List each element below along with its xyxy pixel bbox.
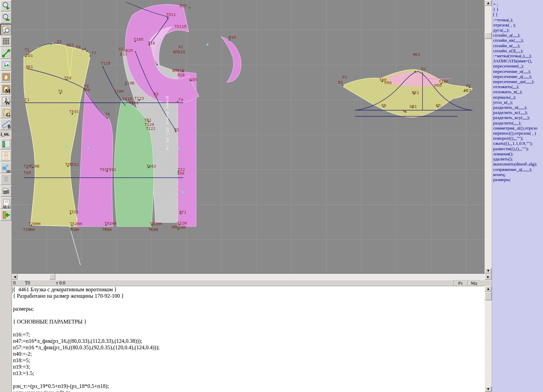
- construction-point[interactable]: [182, 71, 183, 72]
- books-icon[interactable]: [0, 185, 12, 197]
- command-item[interactable]: разделить_кс(,,,,);: [492, 110, 543, 115]
- command-item[interactable]: пересечение(,,);: [492, 63, 543, 68]
- construction-point[interactable]: [50, 43, 52, 44]
- construction-point[interactable]: [102, 66, 104, 67]
- construction-point[interactable]: [229, 39, 230, 41]
- command-item[interactable]: ломаная();: [492, 151, 543, 156]
- construction-point[interactable]: [342, 85, 343, 86]
- construction-point[interactable]: [175, 131, 176, 132]
- command-item[interactable]: = ;: [492, 2, 543, 7]
- rz-button[interactable]: Рз: [454, 280, 467, 286]
- editor-line[interactable]: п13:=1.5;: [12, 370, 485, 376]
- construction-point[interactable]: [155, 96, 157, 97]
- alg-document-icon[interactable]: ALG: [0, 197, 12, 209]
- construction-point[interactable]: [71, 229, 72, 230]
- command-item[interactable]: нормаль(,,);: [492, 95, 543, 100]
- construction-point[interactable]: [405, 111, 407, 113]
- construction-point[interactable]: [138, 100, 140, 101]
- construction-point[interactable]: [148, 121, 149, 122]
- horizontal-scroll-thumb[interactable]: [49, 274, 55, 280]
- construction-point[interactable]: [151, 224, 153, 226]
- command-item[interactable]: удалить();: [492, 156, 543, 161]
- command-item[interactable]: перенос((),отрезок( , ): [492, 131, 543, 136]
- selected-point[interactable]: [175, 175, 177, 177]
- construction-point[interactable]: [441, 83, 442, 84]
- photo-icon[interactable]: [0, 150, 12, 161]
- command-item[interactable]: [ ]: [492, 12, 543, 17]
- command-item[interactable]: отложить_в(,,);: [492, 89, 543, 94]
- command-item[interactable]: сплайн_кк(,,,,,);: [492, 38, 543, 43]
- construction-point[interactable]: [180, 213, 182, 214]
- editor-line[interactable]: { ОСНОВНЫЕ ПАРАМЕТРЫ }: [12, 318, 485, 325]
- picture-icon[interactable]: [0, 59, 12, 71]
- construction-point[interactable]: [71, 225, 73, 226]
- construction-point[interactable]: [437, 106, 438, 107]
- editor-line[interactable]: п16:=7;: [12, 331, 485, 338]
- command-item[interactable]: разделить_ксу(,,,,);: [492, 115, 543, 120]
- construction-point[interactable]: [105, 224, 107, 226]
- command-item[interactable]: сплайн_д(,,,,);: [492, 33, 543, 38]
- construction-point[interactable]: [151, 229, 152, 230]
- md-button[interactable]: Мд: [467, 280, 480, 286]
- construction-point[interactable]: [125, 84, 126, 85]
- construction-point[interactable]: [31, 225, 32, 226]
- command-item[interactable]: симметрия_л((),отрезо: [492, 125, 543, 131]
- editor-line[interactable]: [12, 376, 485, 383]
- construction-point[interactable]: [177, 101, 178, 103]
- command-item[interactable]: угол_к(,,);: [492, 100, 543, 105]
- editor-line[interactable]: если меньше (рзн_т,0) то: [12, 389, 485, 392]
- construction-point[interactable]: [107, 117, 108, 119]
- construction-point[interactable]: [30, 229, 31, 230]
- construction-point[interactable]: [70, 213, 71, 214]
- command-item[interactable]: пересечение_дн(,,,,,);: [492, 79, 543, 84]
- editor-line[interactable]: [12, 325, 485, 331]
- construction-point[interactable]: [134, 41, 136, 42]
- canvas-vertical-scrollbar[interactable]: ▲ ▼: [485, 0, 492, 274]
- zoom-in-icon[interactable]: [0, 0, 12, 12]
- construction-point[interactable]: [72, 113, 73, 115]
- scroll-right-icon[interactable]: ▶: [485, 274, 492, 280]
- editor-line[interactable]: { 4461 Блузка с декоративным воротником …: [12, 286, 485, 293]
- construction-point[interactable]: [413, 93, 415, 95]
- scroll-down-icon[interactable]: ▼: [485, 268, 492, 274]
- construction-point[interactable]: [189, 7, 190, 8]
- construction-point[interactable]: [105, 229, 106, 230]
- editor-line[interactable]: п57:=п16 *л_фнк(рз_16,((80,0.35),(92,0.3…: [12, 344, 485, 351]
- measure-icon[interactable]: [0, 47, 12, 59]
- command-item[interactable]: пересечение_д(,,,,,);: [492, 74, 543, 79]
- selected-point[interactable]: [65, 145, 67, 147]
- command-item[interactable]: размеры;: [492, 177, 543, 182]
- pattern-piece-icon[interactable]: [0, 71, 12, 83]
- selected-point[interactable]: [182, 191, 184, 193]
- construction-point[interactable]: [167, 17, 168, 19]
- selected-point[interactable]: [88, 147, 89, 149]
- command-item[interactable]: разделить_н(,,,,,);: [492, 105, 543, 110]
- selected-point[interactable]: [207, 44, 208, 45]
- construction-point[interactable]: [67, 165, 69, 167]
- construction-point[interactable]: [60, 93, 61, 94]
- construction-point[interactable]: [149, 44, 150, 45]
- vertical-scroll-thumb[interactable]: [485, 32, 492, 39]
- construction-point[interactable]: [469, 86, 470, 88]
- editor-scroll-thumb[interactable]: [485, 292, 492, 300]
- command-item[interactable]: { }: [492, 7, 543, 12]
- grid-icon[interactable]: [0, 36, 12, 47]
- command-item[interactable]: сплайн_к[](,,,,);: [492, 48, 543, 53]
- algorithm-editor[interactable]: { 4461 Блузка с декоративным воротником …: [12, 286, 485, 392]
- construction-point[interactable]: [107, 171, 108, 172]
- command-item[interactable]: сплайн_к(,,,,);: [492, 43, 543, 48]
- preview-icon[interactable]: [0, 24, 12, 35]
- editor-line[interactable]: п40:=-2;: [12, 351, 485, 357]
- scroll-up-icon[interactable]: ▲: [485, 0, 492, 6]
- editor-line[interactable]: размеры;: [12, 306, 485, 312]
- construction-point[interactable]: [116, 93, 117, 94]
- selected-point[interactable]: [178, 148, 180, 150]
- construction-point[interactable]: [26, 167, 28, 169]
- construction-point[interactable]: [412, 107, 413, 108]
- editor-line[interactable]: п47:=п16*л_фнк(рз_16,((80,0.33),(112,0.3…: [12, 338, 485, 344]
- exit-arrow-icon[interactable]: [0, 209, 12, 221]
- editor-line[interactable]: [12, 312, 485, 318]
- construction-point[interactable]: [32, 167, 33, 168]
- command-item[interactable]: пересечение_н(,,,,);: [492, 69, 543, 74]
- command-item[interactable]: :=метка(точка(,),,,,);: [492, 53, 543, 58]
